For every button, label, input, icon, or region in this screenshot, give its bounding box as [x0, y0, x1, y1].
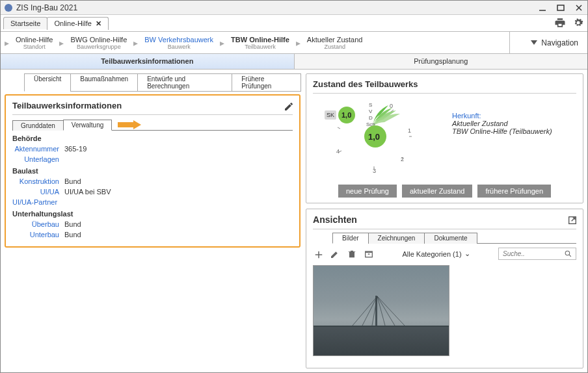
breadcrumb-teilbauwerk[interactable]: TBW Online-HilfeTeilbauwerk	[226, 36, 295, 50]
breadcrumb-zustand[interactable]: Aktueller ZustandZustand	[302, 36, 368, 50]
ansichten-card: Ansichten Bilder Zeichnungen Dokumente A…	[306, 209, 583, 368]
svg-point-28	[565, 251, 570, 255]
card-title: Teilbauwerksinformationen	[12, 101, 122, 110]
svg-line-30	[353, 296, 377, 326]
unterbau-label[interactable]: Unterbau	[12, 231, 64, 238]
behoerde-heading: Behörde	[12, 135, 293, 142]
app-icon	[5, 4, 12, 12]
svg-marker-4	[118, 120, 141, 129]
app-title: ZIS Ing-Bau 2021	[16, 3, 77, 12]
konstruktion-value: Bund	[64, 177, 81, 185]
zustand-gauge: 0 1 2 3 4	[313, 100, 443, 178]
breadcrumb-row: ▸ Online-HilfeStandort ▸ BWG Online-Hilf…	[1, 32, 587, 54]
search-input[interactable]	[503, 250, 561, 257]
window-maximize-button[interactable]	[556, 3, 565, 12]
delete-icon[interactable]	[347, 249, 357, 259]
svg-line-15	[338, 127, 340, 129]
zustand-card: Zustand des Teilbauwerks 0 1 2 3 4	[306, 73, 583, 203]
uiua-value: UI/UA bei SBV	[64, 188, 111, 196]
section-tabs: Teilbauwerksinformationen Prüfungsplanun…	[1, 54, 587, 70]
svg-text:1,0: 1,0	[341, 111, 351, 119]
unterlagen-link[interactable]: Unterlagen	[12, 155, 64, 163]
title-bar: ZIS Ing-Bau 2021	[1, 1, 587, 15]
svg-line-34	[377, 296, 395, 326]
svg-text:V: V	[369, 109, 373, 114]
ueberbau-label[interactable]: Überbau	[12, 220, 64, 228]
window-close-button[interactable]	[574, 3, 583, 12]
svg-text:3: 3	[373, 168, 376, 174]
teilbauwerksinfo-card: Teilbauwerksinformationen Grunddaten Ver…	[5, 94, 301, 248]
window-minimize-button[interactable]	[538, 3, 547, 12]
close-icon[interactable]: ✕	[96, 19, 101, 28]
search-icon[interactable]	[564, 250, 572, 258]
navigation-toggle[interactable]: Navigation	[509, 32, 587, 53]
aktennummer-value: 365-19	[64, 145, 87, 153]
svg-text:D: D	[369, 115, 373, 121]
sub-tabs: Übersicht Baumaßnahmen Entwürfe und Bere…	[24, 73, 301, 92]
document-tabs: Startseite Online-Hilfe ✕	[1, 15, 587, 32]
konstruktion-label[interactable]: Konstruktion	[12, 177, 64, 185]
svg-rect-27	[366, 252, 373, 257]
edit-icon[interactable]	[330, 249, 340, 259]
baulast-heading: Baulast	[12, 167, 293, 175]
chevron-right-icon[interactable]: ▸	[3, 38, 10, 48]
svg-text:SK: SK	[327, 112, 334, 118]
archive-icon[interactable]	[364, 249, 374, 259]
svg-line-31	[362, 296, 377, 326]
gear-icon[interactable]	[572, 16, 583, 28]
aktueller-zustand-button[interactable]: aktueller Zustand	[402, 185, 472, 198]
tab-startseite[interactable]: Startseite	[3, 17, 47, 29]
svg-text:1: 1	[408, 127, 411, 134]
ansichten-title: Ansichten	[313, 214, 357, 225]
ueberbau-value: Bund	[64, 220, 81, 228]
add-icon[interactable]	[313, 249, 323, 259]
chevron-down-icon: ⌄	[464, 250, 470, 258]
uiua-label[interactable]: UI/UA	[12, 188, 64, 196]
inner-tab-verwaltung[interactable]: Verwaltung	[63, 120, 112, 131]
sub-tab-entwuerfe[interactable]: Entwürfe und Berechnungen	[137, 73, 232, 92]
chevron-down-icon	[531, 40, 537, 45]
chevron-right-icon: ▸	[132, 38, 139, 48]
uiua-partner-link[interactable]: UI/UA-Partner	[12, 198, 62, 206]
ans-tab-bilder[interactable]: Bilder	[332, 233, 369, 244]
unterhaltungslast-heading: Unterhaltungslast	[12, 210, 293, 218]
svg-text:2: 2	[401, 156, 404, 162]
sub-tab-pruefungen[interactable]: Frühere Prüfungen	[232, 73, 301, 92]
breadcrumb-bauwerk[interactable]: BW VerkehrsbauwerkBauwerk	[139, 36, 219, 50]
chevron-right-icon: ▸	[295, 38, 302, 48]
edit-icon[interactable]	[284, 101, 293, 110]
svg-line-32	[372, 296, 377, 326]
inner-tab-grunddaten[interactable]: Grunddaten	[12, 120, 64, 131]
ans-tab-dokumente[interactable]: Dokumente	[424, 233, 477, 244]
herkunft-block: Herkunft: Aktueller Zustand TBW Online-H…	[452, 112, 552, 135]
chevron-right-icon: ▸	[219, 38, 226, 48]
sub-tab-baumassnahmen[interactable]: Baumaßnahmen	[70, 73, 138, 92]
svg-line-29	[569, 255, 571, 257]
herkunft-label: Herkunft:	[452, 112, 552, 120]
svg-rect-1	[557, 5, 564, 10]
aktennummer-label[interactable]: Aktennummer	[12, 145, 64, 153]
breadcrumb-standort[interactable]: Online-HilfeStandort	[10, 36, 58, 50]
search-box[interactable]	[498, 248, 576, 260]
tab-online-hilfe[interactable]: Online-Hilfe ✕	[47, 17, 108, 30]
ans-tab-zeichnungen[interactable]: Zeichnungen	[368, 233, 425, 244]
arrow-indicator-icon	[118, 120, 141, 129]
zustand-title: Zustand des Teilbauwerks	[313, 79, 418, 89]
sub-tab-uebersicht[interactable]: Übersicht	[24, 73, 71, 92]
popout-icon[interactable]	[567, 215, 576, 224]
print-icon[interactable]	[554, 16, 565, 28]
svg-text:S: S	[369, 102, 372, 108]
unterbau-value: Bund	[64, 231, 81, 238]
kategorien-select[interactable]: Alle Kategorien (1) ⌄	[402, 250, 470, 258]
svg-text:1,0: 1,0	[368, 132, 380, 142]
section-tab-pruefungsplanung[interactable]: Prüfungsplanung	[295, 54, 588, 69]
svg-text:4: 4	[336, 148, 340, 155]
neue-pruefung-button[interactable]: neue Prüfung	[338, 185, 397, 198]
chevron-right-icon: ▸	[58, 38, 65, 48]
image-thumbnail[interactable]	[313, 265, 449, 356]
section-tab-teilbauwerksinfo[interactable]: Teilbauwerksinformationen	[1, 54, 295, 69]
breadcrumb-bauwerksgruppe[interactable]: BWG Online-HilfeBauwerksgruppe	[65, 36, 132, 50]
fruehere-pruefungen-button[interactable]: frühere Prüfungen	[477, 185, 551, 198]
